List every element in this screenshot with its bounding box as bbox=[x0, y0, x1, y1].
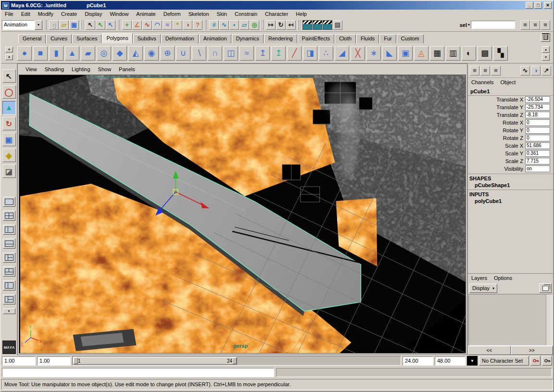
panel-menu-panels[interactable]: Panels bbox=[116, 65, 138, 74]
render-globals-icon[interactable]: ▤ bbox=[333, 20, 342, 30]
new-scene-icon[interactable]: ▯ bbox=[49, 20, 59, 30]
shelf-poke-faces[interactable]: ∗ bbox=[366, 46, 381, 61]
shelf-bevel[interactable]: ◢ bbox=[335, 46, 349, 61]
mask-surfaces-icon[interactable]: ◠ bbox=[152, 20, 162, 30]
mask-curves-icon[interactable]: ∿ bbox=[142, 20, 152, 30]
shelf-tab-dynamics[interactable]: Dynamics bbox=[232, 34, 264, 43]
menu-character[interactable]: Character bbox=[261, 10, 292, 18]
channel-label[interactable]: Scale Z bbox=[468, 158, 525, 164]
status-group-divider[interactable] bbox=[44, 20, 47, 30]
mask-handles-icon[interactable]: + bbox=[122, 20, 132, 30]
shelf-automatic-mapping[interactable]: ▩ bbox=[478, 46, 492, 61]
render-current-frame-icon[interactable] bbox=[313, 20, 322, 30]
menu-skin[interactable]: Skin bbox=[213, 10, 231, 18]
shelf-extrude-face[interactable]: ↥ bbox=[255, 46, 270, 61]
shelf-extrude-edge[interactable]: ↥ bbox=[271, 46, 286, 61]
select-by-hierarchy-icon[interactable]: ↖ bbox=[86, 20, 95, 30]
channel-label[interactable]: Rotate Z bbox=[468, 135, 525, 141]
scale-tool[interactable]: ▣ bbox=[2, 133, 16, 146]
channel-value-field[interactable]: -26.504 bbox=[525, 96, 550, 103]
last-tool-used[interactable]: ◪ bbox=[2, 164, 16, 178]
layer-list-scrollbar[interactable] bbox=[546, 294, 552, 345]
list-output-connections-icon[interactable]: ↤ bbox=[286, 20, 296, 30]
playback-start-field[interactable]: 1.00 bbox=[37, 356, 71, 366]
status-group-divider[interactable] bbox=[261, 20, 264, 30]
menu-skeleton[interactable]: Skeleton bbox=[185, 10, 213, 18]
channel-drag-mode-icon[interactable]: ↗ bbox=[541, 66, 551, 76]
shelf-scroll-down-button[interactable]: ▾ bbox=[542, 54, 550, 61]
shelf-merge-vertices[interactable]: ∴ bbox=[319, 46, 333, 61]
shelf-poly-torus[interactable]: ◎ bbox=[97, 46, 111, 61]
chevron-down-icon[interactable]: ▾ bbox=[35, 20, 42, 30]
create-layer-button[interactable] bbox=[539, 283, 552, 293]
previous-page-button[interactable]: << bbox=[468, 346, 511, 355]
menu-set-selector[interactable]: Animation ▾ bbox=[2, 20, 42, 30]
shelf-tab-surfaces[interactable]: Surfaces bbox=[72, 34, 101, 43]
shelf-cut-faces-tool[interactable]: ╳ bbox=[351, 46, 365, 61]
quick-selection-input[interactable] bbox=[471, 21, 515, 29]
shelf-wedge-faces[interactable]: ◣ bbox=[382, 46, 397, 61]
delete-shelf-item-button[interactable] bbox=[541, 33, 550, 42]
toggle-channel-box-icon[interactable]: ≡ bbox=[541, 20, 550, 30]
layout-shortcuts-menu-button[interactable]: ▾ bbox=[3, 308, 15, 314]
shelf-poly-plane[interactable]: ▰ bbox=[81, 46, 95, 61]
animation-start-field[interactable]: 1.00 bbox=[2, 356, 36, 366]
character-set-menu-button[interactable]: ▼ bbox=[467, 356, 478, 366]
menu-modify[interactable]: Modify bbox=[34, 10, 57, 18]
viewport-scene[interactable]: persp Y X Z bbox=[19, 75, 466, 354]
panel-menu-shading[interactable]: Shading bbox=[42, 65, 67, 74]
channel-value-field[interactable]: 0 bbox=[525, 135, 550, 141]
three-pane-split-bottom-layout-button[interactable] bbox=[3, 266, 15, 277]
list-input-connections-icon[interactable]: ↦ bbox=[266, 20, 276, 30]
animation-preferences-button[interactable] bbox=[542, 356, 552, 366]
panel-menu-show[interactable]: Show bbox=[95, 65, 114, 74]
shelf-booleans-difference[interactable]: ∖ bbox=[192, 46, 206, 61]
channel-value-field[interactable]: 0.361 bbox=[525, 150, 550, 157]
shelf-planar-mapping[interactable]: ▦ bbox=[430, 46, 444, 61]
shelf-tab-custom[interactable]: Custom bbox=[397, 34, 424, 43]
channel-manipulator-settings-icon[interactable]: ∿ bbox=[520, 66, 530, 76]
shelf-tab-deformation[interactable]: Deformation bbox=[161, 34, 199, 43]
lasso-select-tool[interactable]: ◯ bbox=[2, 85, 16, 99]
four-pane-layout-button[interactable] bbox=[3, 211, 15, 221]
menu-window[interactable]: Window bbox=[106, 10, 132, 18]
snap-to-curves-icon[interactable]: ∿ bbox=[219, 20, 229, 30]
channel-label[interactable]: Translate Z bbox=[468, 112, 525, 118]
layer-mode-selector[interactable]: Display ▾ bbox=[469, 284, 497, 293]
status-group-divider[interactable] bbox=[298, 20, 301, 30]
shape-node-name[interactable]: pCubeShape1 bbox=[468, 182, 553, 189]
shelf-uv-texture-editor[interactable]: ▚ bbox=[493, 46, 508, 61]
single-pane-layout-button[interactable] bbox=[3, 197, 15, 207]
channel-box-menu-object[interactable]: Object bbox=[497, 78, 519, 87]
rotate-tool[interactable]: ↻ bbox=[2, 117, 16, 130]
status-group-divider[interactable] bbox=[117, 20, 120, 30]
channel-label[interactable]: Rotate X bbox=[468, 120, 525, 126]
shelf-tab-subdivs[interactable]: Subdivs bbox=[133, 34, 161, 43]
move-tool[interactable]: ▲ bbox=[2, 101, 16, 114]
shelf-combine[interactable]: ⊕ bbox=[160, 46, 175, 61]
menu-deform[interactable]: Deform bbox=[160, 10, 185, 18]
menu-constrain[interactable]: Constrain bbox=[231, 10, 261, 18]
snap-to-view-planes-icon[interactable]: ▱ bbox=[239, 20, 249, 30]
panel-menu-lighting[interactable]: Lighting bbox=[69, 65, 93, 74]
hypershade-persp-layout-button[interactable] bbox=[3, 294, 15, 304]
shelf-tab-menu-button[interactable]: ▾ bbox=[5, 47, 13, 52]
channels-and-layers-display-icon[interactable]: ≡ bbox=[491, 66, 501, 76]
playback-range-bar[interactable]: 1 24 bbox=[73, 357, 237, 365]
select-by-object-type-icon[interactable]: ↖ bbox=[96, 20, 105, 30]
two-pane-side-by-side-layout-button[interactable] bbox=[3, 225, 15, 235]
layer-list[interactable] bbox=[468, 294, 553, 346]
shelf-tab-curves[interactable]: Curves bbox=[46, 34, 72, 43]
shelf-tab-animation[interactable]: Animation bbox=[199, 34, 231, 43]
quick-select-menu-icon[interactable]: ▾ bbox=[468, 23, 470, 27]
input-node-name[interactable]: polyCube1 bbox=[468, 198, 553, 204]
mask-joints-icon[interactable]: ∠ bbox=[132, 20, 142, 30]
menu-create[interactable]: Create bbox=[57, 10, 81, 18]
toggle-tool-settings-icon[interactable]: ≡ bbox=[530, 20, 540, 30]
shelf-poly-pyramid[interactable]: ◭ bbox=[128, 46, 143, 61]
shelf-booleans-union[interactable]: ∪ bbox=[176, 46, 190, 61]
current-character-set[interactable]: No Character Set bbox=[479, 356, 529, 366]
channel-value-field[interactable]: 51.686 bbox=[525, 142, 550, 149]
snap-to-grids-icon[interactable]: # bbox=[209, 20, 219, 30]
layers-menu-options[interactable]: Options bbox=[491, 274, 516, 282]
